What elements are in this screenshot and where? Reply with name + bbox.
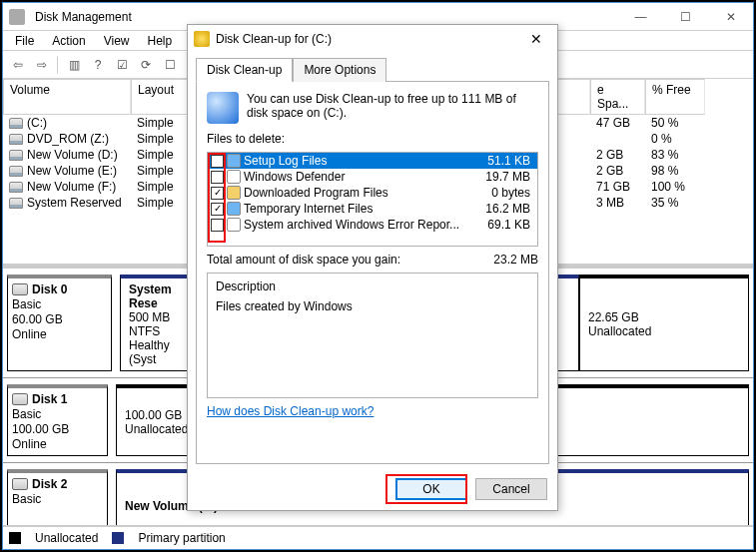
cleanup-icon bbox=[194, 31, 210, 47]
file-type-icon bbox=[227, 170, 241, 184]
properties-icon[interactable]: ☑ bbox=[111, 54, 133, 76]
file-size: 19.7 MB bbox=[485, 170, 534, 184]
legend-primary-label: Primary partition bbox=[138, 531, 225, 545]
volume-row[interactable]: New Volume (F:) bbox=[3, 179, 131, 195]
file-name: Downloaded Program Files bbox=[244, 186, 488, 200]
volume-cell: Simple bbox=[131, 195, 191, 211]
disk-header[interactable]: Disk 1Basic100.00 GBOnline bbox=[7, 384, 108, 456]
file-checkbox[interactable] bbox=[211, 219, 224, 232]
ok-button[interactable]: OK bbox=[395, 478, 467, 500]
toolbar-separator bbox=[57, 56, 59, 74]
refresh-icon[interactable]: ⟳ bbox=[135, 54, 157, 76]
tab-disk-cleanup[interactable]: Disk Clean-up bbox=[196, 58, 293, 82]
total-space-label: Total amount of disk space you gain: bbox=[207, 253, 400, 267]
volume-cell: Simple bbox=[131, 131, 191, 147]
volume-cell: 0 % bbox=[645, 131, 705, 147]
maximize-button[interactable]: ☐ bbox=[663, 3, 708, 31]
close-button[interactable]: ✕ bbox=[708, 3, 753, 31]
volume-cell: 47 GB bbox=[590, 115, 645, 131]
cleanup-info-icon bbox=[207, 92, 239, 124]
menu-file[interactable]: File bbox=[7, 32, 42, 50]
minimize-button[interactable]: — bbox=[618, 3, 663, 31]
file-row[interactable]: Downloaded Program Files0 bytes bbox=[208, 185, 537, 201]
file-name: Temporary Internet Files bbox=[244, 202, 482, 216]
forward-icon[interactable]: ⇨ bbox=[31, 54, 53, 76]
cancel-button[interactable]: Cancel bbox=[475, 478, 547, 500]
tab-more-options[interactable]: More Options bbox=[293, 58, 386, 82]
disk-cleanup-dialog: Disk Clean-up for (C:) ✕ Disk Clean-up M… bbox=[187, 24, 558, 511]
volume-row[interactable]: System Reserved bbox=[3, 195, 131, 211]
drive-icon bbox=[9, 182, 23, 193]
volume-cell: Simple bbox=[131, 163, 191, 179]
action-icon[interactable]: ☐ bbox=[159, 54, 181, 76]
column-header[interactable]: e Spa... bbox=[590, 79, 645, 115]
volume-cell: 50 % bbox=[645, 115, 705, 131]
legend-unalloc-swatch bbox=[9, 532, 21, 544]
disk-icon bbox=[12, 283, 28, 295]
file-name: Setup Log Files bbox=[244, 154, 484, 168]
view-icon[interactable]: ▥ bbox=[63, 54, 85, 76]
app-icon bbox=[9, 9, 25, 25]
file-name: System archived Windows Error Repor... bbox=[244, 218, 484, 232]
menu-help[interactable]: Help bbox=[140, 32, 181, 50]
legend-primary-swatch bbox=[112, 532, 124, 544]
volume-cell: 3 MB bbox=[590, 195, 645, 211]
column-header[interactable]: Layout bbox=[131, 79, 191, 115]
drive-icon bbox=[9, 118, 23, 129]
files-to-delete-label: Files to delete: bbox=[207, 132, 538, 146]
disk-header[interactable]: Disk 0Basic60.00 GBOnline bbox=[7, 275, 112, 371]
drive-icon bbox=[9, 134, 23, 145]
volume-cell: 98 % bbox=[645, 163, 705, 179]
drive-icon bbox=[9, 150, 23, 161]
file-checkbox[interactable] bbox=[211, 187, 224, 200]
file-size: 16.2 MB bbox=[485, 202, 534, 216]
column-header[interactable]: Volume bbox=[3, 79, 131, 115]
file-name: Windows Defender bbox=[244, 170, 482, 184]
volume-row[interactable]: (C:) bbox=[3, 115, 131, 131]
drive-icon bbox=[9, 198, 23, 209]
volume-cell: 35 % bbox=[645, 195, 705, 211]
file-row[interactable]: Windows Defender19.7 MB bbox=[208, 169, 537, 185]
menu-action[interactable]: Action bbox=[44, 32, 93, 50]
volume-cell bbox=[590, 131, 645, 147]
volume-row[interactable]: DVD_ROM (Z:) bbox=[3, 131, 131, 147]
volume-cell: 100 % bbox=[645, 179, 705, 195]
volume-row[interactable]: New Volume (D:) bbox=[3, 147, 131, 163]
volume-cell: Simple bbox=[131, 179, 191, 195]
legend: Unallocated Primary partition bbox=[3, 525, 753, 549]
file-checkbox[interactable] bbox=[211, 155, 224, 168]
file-row[interactable]: Setup Log Files51.1 KB bbox=[208, 153, 537, 169]
file-size: 69.1 KB bbox=[487, 218, 534, 232]
partition-unallocated[interactable]: 22.65 GBUnallocated bbox=[579, 275, 749, 371]
file-type-icon bbox=[227, 202, 241, 216]
how-does-cleanup-work-link[interactable]: How does Disk Clean-up work? bbox=[207, 404, 538, 418]
volume-cell: Simple bbox=[131, 115, 191, 131]
dialog-close-button[interactable]: ✕ bbox=[521, 31, 551, 47]
volume-cell: 71 GB bbox=[590, 179, 645, 195]
menu-view[interactable]: View bbox=[96, 32, 138, 50]
dialog-titlebar: Disk Clean-up for (C:) ✕ bbox=[188, 25, 557, 53]
description-label: Description bbox=[216, 279, 529, 293]
volume-cell: 83 % bbox=[645, 147, 705, 163]
window-title: Disk Management bbox=[31, 10, 618, 24]
legend-unalloc-label: Unallocated bbox=[35, 531, 98, 545]
file-row[interactable]: Temporary Internet Files16.2 MB bbox=[208, 201, 537, 217]
column-header[interactable]: % Free bbox=[645, 79, 705, 115]
dialog-body: You can use Disk Clean-up to free up to … bbox=[196, 81, 549, 464]
description-text: Files created by Windows bbox=[216, 299, 529, 313]
back-icon[interactable]: ⇦ bbox=[7, 54, 29, 76]
file-checkbox[interactable] bbox=[211, 203, 224, 216]
drive-icon bbox=[9, 166, 23, 177]
file-row[interactable]: System archived Windows Error Repor...69… bbox=[208, 217, 537, 233]
total-space-value: 23.2 MB bbox=[493, 253, 538, 267]
file-checkbox[interactable] bbox=[211, 171, 224, 184]
volume-cell: 2 GB bbox=[590, 163, 645, 179]
files-listbox[interactable]: Setup Log Files51.1 KBWindows Defender19… bbox=[207, 152, 538, 247]
disk-header[interactable]: Disk 2Basic bbox=[7, 469, 108, 525]
disk-icon bbox=[12, 478, 28, 490]
dialog-tabs: Disk Clean-up More Options bbox=[196, 57, 549, 81]
dialog-title: Disk Clean-up for (C:) bbox=[216, 32, 521, 46]
help-icon[interactable]: ? bbox=[87, 54, 109, 76]
volume-row[interactable]: New Volume (E:) bbox=[3, 163, 131, 179]
volume-cell: 2 GB bbox=[590, 147, 645, 163]
